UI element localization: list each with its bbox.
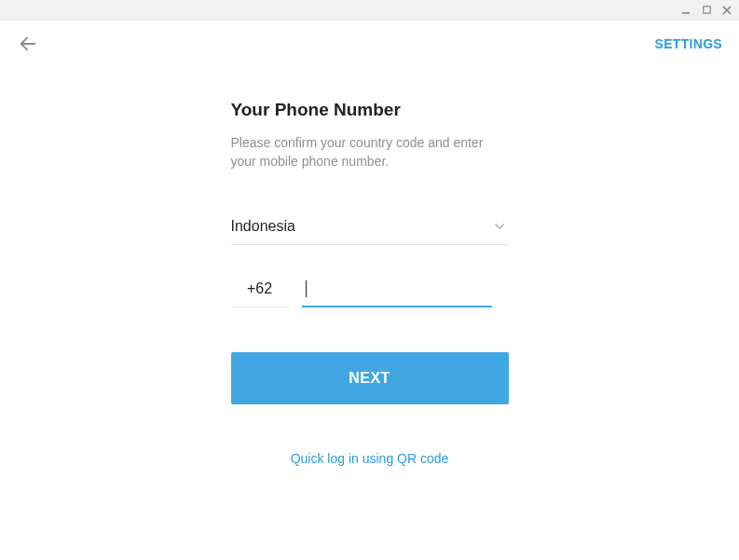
topbar: SETTINGS xyxy=(0,20,739,67)
arrow-left-icon xyxy=(18,34,38,54)
settings-link[interactable]: SETTINGS xyxy=(655,36,722,51)
window-titlebar xyxy=(0,0,739,20)
window-maximize-button[interactable] xyxy=(700,4,713,17)
window-minimize-button[interactable] xyxy=(679,4,692,17)
country-code-input[interactable] xyxy=(231,280,289,307)
window-close-button[interactable] xyxy=(720,4,733,17)
phone-input-wrapper xyxy=(302,280,509,307)
country-select[interactable]: Indonesia xyxy=(231,218,509,245)
page-title: Your Phone Number xyxy=(231,100,509,120)
back-button[interactable] xyxy=(17,33,39,55)
chevron-down-icon xyxy=(492,219,507,234)
phone-number-input[interactable] xyxy=(302,280,492,307)
next-button[interactable]: NEXT xyxy=(231,352,509,404)
qr-login-link[interactable]: Quick log in using QR code xyxy=(231,451,509,466)
country-name-label: Indonesia xyxy=(231,218,295,235)
svg-rect-1 xyxy=(703,7,709,13)
phone-row xyxy=(231,280,509,307)
login-form: Your Phone Number Please confirm your co… xyxy=(231,100,509,466)
page-subtitle: Please confirm your country code and ent… xyxy=(231,133,509,171)
